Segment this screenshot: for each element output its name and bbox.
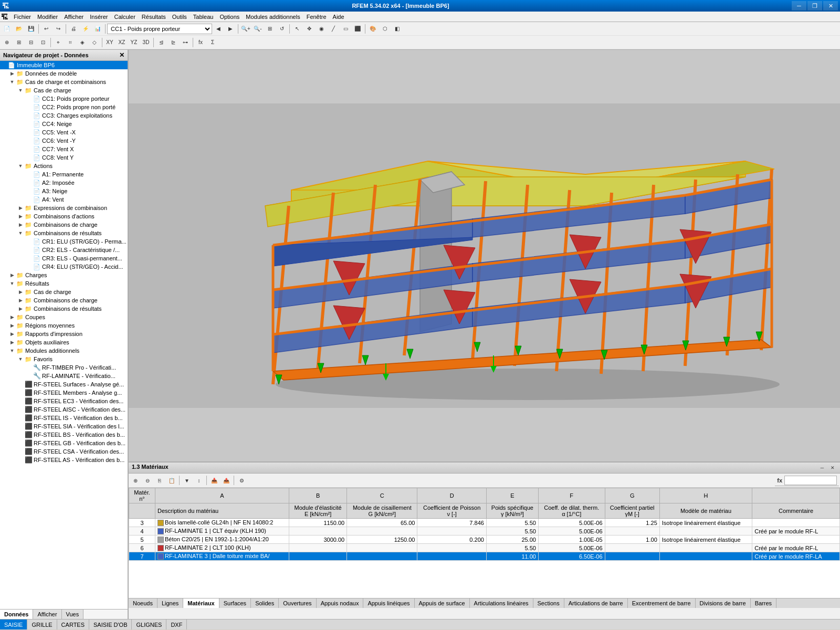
tab-solides[interactable]: Solides [251, 598, 279, 608]
tree-row-2[interactable]: ▼📁Cas de charge et combinaisons [0, 78, 128, 86]
tb-wireframe[interactable]: ⬡ [379, 23, 391, 35]
tb2-view-xz[interactable]: XZ [116, 37, 128, 48]
dt-filter[interactable]: ▼ [181, 475, 193, 486]
menu-tableau[interactable]: Tableau [190, 13, 217, 21]
tree-row-12[interactable]: ▼📁Actions [0, 162, 128, 170]
tb-select[interactable]: ↖ [291, 23, 303, 35]
tree-row-1[interactable]: ▶📁Données de modèle [0, 69, 128, 78]
tab-ouvertures[interactable]: Ouvertures [279, 598, 316, 608]
tree-row-10[interactable]: 📄CC7: Vent X [0, 145, 128, 153]
tb2-8[interactable]: ◇ [89, 37, 100, 48]
tree-row-8[interactable]: 📄CC5: Vent -X [0, 128, 128, 136]
tb2-12[interactable]: fx [195, 37, 206, 48]
status-item-saisie[interactable]: SAISIE [0, 620, 27, 629]
nav-tab-vues[interactable]: Vues [62, 610, 84, 619]
tree-row-7[interactable]: 📄CC4: Neige [0, 120, 128, 128]
tree-row-3[interactable]: ▼📁Cas de charge [0, 86, 128, 94]
tab-excentrement-de-barre[interactable]: Excentrement de barre [628, 598, 696, 608]
tb2-6[interactable]: ⌗ [65, 37, 76, 48]
menu-options[interactable]: Options [216, 13, 243, 21]
tb2-2[interactable]: ⊞ [13, 37, 25, 48]
tb-next[interactable]: ▶ [225, 23, 236, 35]
tab-articulations-de-barre[interactable]: Articulations de barre [564, 598, 628, 608]
dp-minimize[interactable]: ─ [818, 464, 826, 472]
tree-row-45[interactable]: ⬛RF-STEEL GB - Vérification des b... [0, 439, 128, 447]
menu-modules[interactable]: Modules additionnels [243, 13, 303, 21]
menu-fenetre[interactable]: Fenêtre [303, 13, 330, 21]
tb-move[interactable]: ✥ [303, 23, 315, 35]
tree-row-47[interactable]: ⬛RF-STEEL AS - Vérification des b... [0, 456, 128, 464]
tab-noeuds[interactable]: Noeuds [129, 598, 158, 608]
tree-row-26[interactable]: ▼📁Résultats [0, 279, 128, 288]
tb2-11[interactable]: ⊶ [180, 37, 191, 48]
nav-tab-donnees[interactable]: Données [0, 610, 33, 619]
tree-row-11[interactable]: 📄CC8: Vent Y [0, 153, 128, 162]
tab-articulations-lin-aires[interactable]: Articulations linéaires [470, 598, 533, 608]
tab-barres[interactable]: Barres [751, 598, 776, 608]
tree-row-36[interactable]: 🔧RF-TIMBER Pro - Vérificati... [0, 363, 128, 372]
table-row[interactable]: 7RF-LAMINATE 3 | Dalle toiture mixte BA/… [129, 552, 840, 561]
tree-row-43[interactable]: ⬛RF-STEEL SIA - Vérification des l... [0, 422, 128, 430]
tb-zoom-in[interactable]: 🔍+ [240, 23, 251, 35]
tree-row-17[interactable]: ▶📁Expressions de combinaison [0, 204, 128, 212]
dt-copy[interactable]: ⎘ [154, 475, 165, 486]
menu-outils[interactable]: Outils [169, 13, 190, 21]
tab-lignes[interactable]: Lignes [158, 598, 183, 608]
tab-divisions-de-barre[interactable]: Divisions de barre [696, 598, 751, 608]
menu-resultats[interactable]: Résultats [139, 13, 169, 21]
status-item-saisie-d-ob[interactable]: SAISIE D'OB [89, 620, 132, 629]
tree-row-38[interactable]: ⬛RF-STEEL Surfaces - Analyse gé... [0, 380, 128, 388]
tb2-10[interactable]: ⊵ [167, 37, 179, 48]
status-item-dxf[interactable]: DXF [166, 620, 187, 629]
formula-input[interactable] [784, 476, 837, 485]
dt-import[interactable]: 📥 [208, 475, 220, 486]
tree-row-14[interactable]: 📄A2: Imposée [0, 178, 128, 187]
tree-row-44[interactable]: ⬛RF-STEEL BS - Vérification des b... [0, 430, 128, 439]
tb-zoom-out[interactable]: 🔍- [252, 23, 264, 35]
menu-inserer[interactable]: Insérer [87, 13, 111, 21]
tree-row-22[interactable]: 📄CR2: ELS - Caractéristique /... [0, 246, 128, 254]
table-row[interactable]: 3Bois lamellé-collé GL24h | NF EN 14080:… [129, 519, 840, 527]
tb2-7[interactable]: ◈ [77, 37, 88, 48]
menu-calculer[interactable]: Calculer [111, 13, 138, 21]
status-item-glignes[interactable]: GLIGNES [132, 620, 166, 629]
tb-prev[interactable]: ◀ [213, 23, 224, 35]
dt-settings[interactable]: ⚙ [236, 475, 247, 486]
tb2-view-xy[interactable]: XY [104, 37, 116, 48]
tb-redo[interactable]: ↪ [52, 23, 64, 35]
menu-afficher[interactable]: Afficher [61, 13, 87, 21]
dt-export[interactable]: 📤 [220, 475, 232, 486]
table-wrapper[interactable]: Matér.n° A B C D E F G H [129, 488, 840, 598]
tb-surface[interactable]: ▭ [340, 23, 351, 35]
tb-line[interactable]: ╱ [328, 23, 339, 35]
menu-aide[interactable]: Aide [330, 13, 348, 21]
tree-row-16[interactable]: 📄A4: Vent [0, 195, 128, 204]
table-row[interactable]: 6RF-LAMINATE 2 | CLT 100 (KLH)5.505.00E-… [129, 544, 840, 552]
tb-new[interactable]: 📄 [1, 23, 13, 35]
menu-fichier[interactable]: Fichier [10, 13, 34, 21]
tree-row-21[interactable]: 📄CR1: ELU (STR/GEO) - Perma... [0, 237, 128, 246]
tree-row-32[interactable]: ▶📁Rapports d'impression [0, 330, 128, 338]
tree-row-9[interactable]: 📄CC6: Vent -Y [0, 136, 128, 145]
tree-row-25[interactable]: ▶📁Charges [0, 271, 128, 279]
tb2-view-yz[interactable]: YZ [128, 37, 140, 48]
tb-calc[interactable]: ⚡ [80, 23, 91, 35]
tab-surfaces[interactable]: Surfaces [219, 598, 251, 608]
nav-tab-afficher[interactable]: Afficher [33, 610, 61, 619]
tree-row-29[interactable]: ▶📁Combinaisons de résultats [0, 304, 128, 313]
tree-row-42[interactable]: ⬛RF-STEEL IS - Vérification des b... [0, 414, 128, 422]
status-item-cartes[interactable]: CARTES [57, 620, 89, 629]
tb-print[interactable]: 🖨 [68, 23, 79, 35]
tree-row-33[interactable]: ▶📁Objets auxiliaires [0, 338, 128, 346]
tree-row-34[interactable]: ▼📁Modules additionnels [0, 346, 128, 355]
tree-row-23[interactable]: 📄CR3: ELS - Quasi-permanent... [0, 254, 128, 262]
dp-close[interactable]: ✕ [828, 464, 837, 472]
tab-appuis-lin-iques[interactable]: Appuis linéiques [363, 598, 414, 608]
tree-row-28[interactable]: ▶📁Combinaisons de charge [0, 296, 128, 304]
tree-row-5[interactable]: 📄CC2: Poids propre non porté [0, 103, 128, 111]
tb2-view-3d[interactable]: 3D [140, 37, 152, 48]
status-item-grille[interactable]: GRILLE [27, 620, 57, 629]
tree-row-35[interactable]: ▼📁Favoris [0, 355, 128, 363]
tb-rotate[interactable]: ↺ [276, 23, 288, 35]
tb2-3[interactable]: ⊟ [25, 37, 37, 48]
